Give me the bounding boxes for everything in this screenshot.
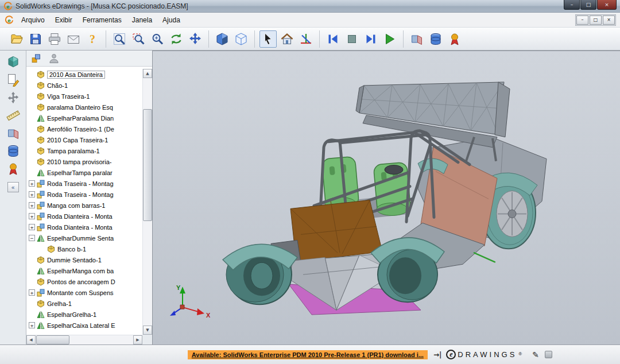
vertical-scroll-thumb[interactable]: [143, 109, 152, 221]
open-button[interactable]: [8, 30, 25, 48]
previous-button[interactable]: [324, 30, 342, 48]
help-button[interactable]: ?: [84, 30, 101, 48]
tree-item[interactable]: Pontos de ancoragem D: [26, 276, 142, 287]
svg-text:e: e: [6, 3, 10, 9]
tree-item[interactable]: Viga Traseira-1: [26, 91, 142, 102]
tree-item[interactable]: +Manga com barras-1: [26, 200, 142, 211]
tree-item[interactable]: EspelharTampa paralar: [26, 167, 142, 178]
tree-item-label: EspelharManga com ba: [47, 268, 114, 274]
zoom-fit-button[interactable]: [111, 30, 128, 48]
viewport-3d[interactable]: Y X: [153, 51, 620, 344]
wireframe-button[interactable]: [232, 30, 250, 48]
menu-janela[interactable]: Janela: [127, 14, 157, 26]
print-button[interactable]: [46, 30, 63, 48]
scroll-up-button[interactable]: ▲: [143, 69, 152, 78]
stamp-button[interactable]: [446, 30, 463, 48]
expand-node-icon[interactable]: +: [29, 180, 35, 187]
close-button[interactable]: ×: [597, 0, 617, 10]
tree-item[interactable]: EspelharParalama Dian: [26, 113, 142, 123]
menubar-items: ArquivoExibirFerramentasJanelaAjuda: [16, 14, 185, 26]
tree-item[interactable]: paralama Dianteiro Esq: [26, 102, 142, 113]
select-button[interactable]: [259, 30, 277, 48]
tree-item[interactable]: +Roda Dianteira - Monta: [26, 222, 142, 233]
rotate-button[interactable]: [168, 30, 185, 48]
markup-pencil-icon[interactable]: ✎: [532, 350, 539, 359]
part-icon: [37, 71, 45, 79]
doc-minimize-button[interactable]: –: [576, 16, 588, 25]
scroll-left-button[interactable]: ◀: [26, 335, 36, 344]
tree-item[interactable]: Tampa paralama-1: [26, 145, 142, 156]
mass-properties-panel-icon[interactable]: [4, 142, 22, 160]
expand-node-icon[interactable]: +: [29, 322, 35, 328]
menubar: e ArquivoExibirFerramentasJanelaAjuda – …: [0, 13, 620, 28]
3d-pointer-button[interactable]: [297, 30, 315, 48]
part-icon: [37, 158, 45, 166]
move-panel-icon[interactable]: [4, 89, 22, 106]
mirror-icon: [37, 169, 45, 177]
maximize-button[interactable]: □: [580, 0, 596, 10]
tree-item[interactable]: Grelha-1: [26, 298, 142, 309]
tree-item[interactable]: 2010 tampa provisoria-: [26, 156, 142, 167]
pdm-download-link[interactable]: Available: SolidWorks Enterprise PDM 201…: [188, 350, 428, 359]
main-toolbar: ?: [0, 28, 620, 51]
edrawings-logo: e DRAWINGS ®: [446, 350, 522, 359]
section-panel-icon[interactable]: [4, 125, 22, 142]
home-button[interactable]: [278, 30, 296, 48]
tree-item[interactable]: +EspelharCaixa Lateral E: [26, 320, 142, 331]
part-icon: [47, 245, 55, 253]
tree-horizontal-scrollbar[interactable]: ◀ ▶: [26, 335, 142, 344]
doc-close-button[interactable]: ×: [603, 16, 615, 25]
stamp-status-icon[interactable]: [545, 351, 552, 358]
tree-item[interactable]: Dummie Sentado-1: [26, 254, 142, 265]
tree-vertical-scrollbar[interactable]: ▲ ▼: [142, 69, 152, 335]
tree-item[interactable]: Banco b-1: [26, 243, 142, 254]
measure-panel-icon[interactable]: [4, 107, 22, 124]
next-button[interactable]: [362, 30, 379, 48]
play-button[interactable]: [381, 30, 398, 48]
section-button[interactable]: [408, 30, 425, 48]
tree-item[interactable]: 2010 Capa Traseira-1: [26, 134, 142, 145]
tree-item[interactable]: +Roda Traseira - Montag: [26, 189, 142, 200]
tree-item[interactable]: EspelharGrelha-1: [26, 309, 142, 320]
scroll-down-button[interactable]: ▼: [143, 326, 152, 335]
pan-button[interactable]: [187, 30, 204, 48]
tree-item-label: Tampa paralama-1: [47, 148, 100, 154]
tree-item[interactable]: +Roda Dianteira - Monta: [26, 211, 142, 222]
doc-restore-button[interactable]: □: [590, 16, 602, 25]
expand-node-icon[interactable]: +: [29, 224, 35, 230]
menu-ferramentas[interactable]: Ferramentas: [78, 14, 127, 26]
stamp-panel-icon[interactable]: [4, 160, 22, 177]
configurations-icon[interactable]: [30, 52, 44, 65]
tree-item[interactable]: Aerofólio Traseiro-1 (De: [26, 123, 142, 134]
menu-arquivo[interactable]: Arquivo: [16, 14, 50, 26]
minimize-button[interactable]: –: [564, 0, 580, 10]
tree-item[interactable]: −EspelharDummie Senta: [26, 233, 142, 243]
tree-item[interactable]: 2010 Asa Dianteira: [26, 69, 142, 80]
expand-node-icon[interactable]: +: [29, 191, 35, 198]
part-icon: [37, 125, 45, 133]
mass-properties-button[interactable]: [427, 30, 444, 48]
zoom-area-button[interactable]: [130, 30, 147, 48]
tree-item[interactable]: EspelharManga com ba: [26, 265, 142, 276]
collapse-panel-button[interactable]: «: [7, 182, 19, 192]
tree-item[interactable]: +Montante com Suspens: [26, 287, 142, 298]
shaded-button[interactable]: [214, 30, 231, 48]
send-button[interactable]: [65, 30, 82, 48]
zoom-button[interactable]: [149, 30, 166, 48]
markup-panel-icon[interactable]: [4, 71, 22, 88]
components-panel-icon[interactable]: [4, 53, 22, 71]
collapse-node-icon[interactable]: −: [29, 235, 35, 241]
menu-exibir[interactable]: Exibir: [50, 14, 78, 26]
stop-button[interactable]: [343, 30, 361, 48]
person-icon[interactable]: [47, 52, 61, 65]
tree-item[interactable]: +Roda Traseira - Montag: [26, 178, 142, 189]
expand-node-icon[interactable]: +: [29, 202, 35, 208]
horizontal-scroll-thumb[interactable]: [36, 335, 69, 344]
save-button[interactable]: [27, 30, 44, 48]
scroll-right-button[interactable]: ▶: [133, 335, 142, 344]
tree-item[interactable]: Chão-1: [26, 80, 142, 91]
feature-tree: 2010 Asa DianteiraChão-1Viga Traseira-1p…: [26, 69, 142, 335]
menu-ajuda[interactable]: Ajuda: [157, 14, 185, 26]
expand-node-icon[interactable]: +: [29, 289, 35, 296]
expand-node-icon[interactable]: +: [29, 213, 35, 219]
